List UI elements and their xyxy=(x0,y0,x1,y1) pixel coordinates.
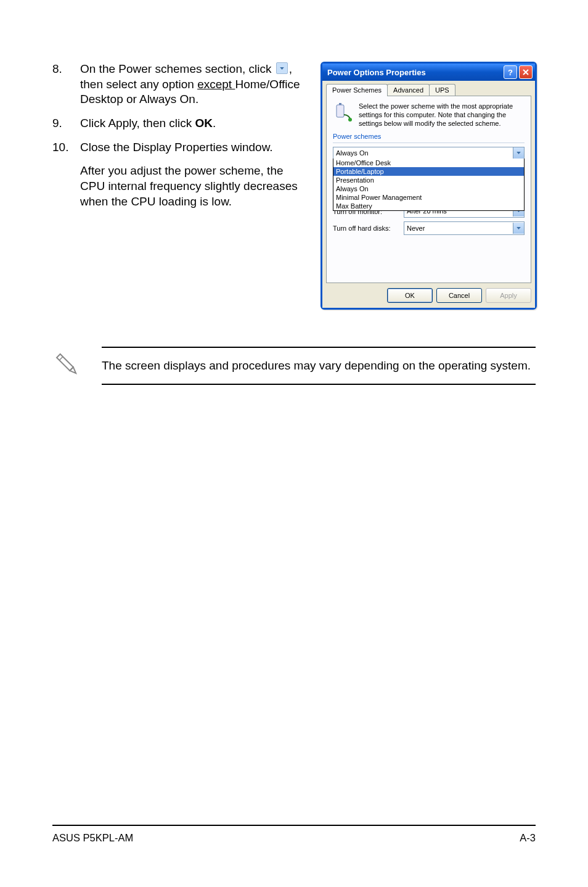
svg-rect-1 xyxy=(339,103,341,105)
power-scheme-listbox: Home/Office Desk Portable/Laptop Present… xyxy=(333,159,525,211)
svg-rect-0 xyxy=(337,105,344,117)
titlebar-buttons: ? xyxy=(504,65,533,79)
footer-left: ASUS P5KPL-AM xyxy=(52,832,133,844)
turn-off-hard-disks-combo[interactable]: Never xyxy=(404,221,525,235)
titlebar[interactable]: Power Options Properties ? xyxy=(322,64,535,81)
close-button[interactable] xyxy=(519,65,533,79)
apply-button[interactable]: Apply xyxy=(486,288,531,303)
step-8: 8. On the Power schemes section, click ,… xyxy=(52,62,302,107)
step-text: Click Apply, then click xyxy=(80,117,195,130)
svg-line-4 xyxy=(59,357,63,360)
tab-power-schemes[interactable]: Power Schemes xyxy=(326,84,388,96)
info-text: Select the power scheme with the most ap… xyxy=(359,102,525,128)
note-box: The screen displays and procedures may v… xyxy=(102,347,536,385)
step-10: 10. Close the Display Properties window. xyxy=(52,140,302,155)
except-underline: except xyxy=(197,78,235,91)
tab-advanced[interactable]: Advanced xyxy=(387,84,430,96)
list-item[interactable]: Presentation xyxy=(333,176,524,184)
cancel-button[interactable]: Cancel xyxy=(436,288,482,303)
step-number: 9. xyxy=(52,116,62,131)
divider xyxy=(333,142,525,143)
footer: ASUS P5KPL-AM A-3 xyxy=(52,825,536,844)
chevron-down-icon[interactable] xyxy=(513,147,524,159)
combo-value: Never xyxy=(407,225,425,232)
dialog-column: Power Options Properties ? Power Schemes… xyxy=(321,62,537,310)
tab-panel: Select the power scheme with the most ap… xyxy=(326,96,531,283)
step-text: On the Power schemes section, click xyxy=(80,62,271,75)
dialog-body: Power Schemes Advanced UPS xyxy=(322,81,535,308)
help-button[interactable]: ? xyxy=(504,65,517,79)
battery-plug-icon xyxy=(333,102,353,123)
row-label: Turn off hard disks: xyxy=(333,225,404,232)
ok-button[interactable]: OK xyxy=(387,288,433,303)
chevron-down-icon xyxy=(276,62,288,74)
footer-right: A-3 xyxy=(520,832,536,844)
power-schemes-label: Power schemes xyxy=(333,133,525,140)
combo-value: Always On xyxy=(336,149,369,157)
step-text: . xyxy=(213,117,216,130)
svg-rect-3 xyxy=(57,354,73,371)
list-item[interactable]: Minimal Power Management xyxy=(333,193,524,202)
dialog-buttons: OK Cancel Apply xyxy=(326,288,531,303)
step-9: 9. Click Apply, then click OK. xyxy=(52,116,302,131)
turn-off-hard-disks-row: Turn off hard disks: Never xyxy=(333,221,525,235)
list-item[interactable]: Home/Office Desk xyxy=(333,159,524,167)
instructions-column: 8. On the Power schemes section, click ,… xyxy=(52,62,302,210)
step-number: 8. xyxy=(52,62,62,77)
top-row: 8. On the Power schemes section, click ,… xyxy=(52,62,536,310)
note-row: The screen displays and procedures may v… xyxy=(52,347,536,385)
list-item[interactable]: Max Battery xyxy=(333,202,524,210)
window-title: Power Options Properties xyxy=(327,68,426,77)
tabs: Power Schemes Advanced UPS xyxy=(326,83,531,96)
info-row: Select the power scheme with the most ap… xyxy=(333,102,525,128)
list-item[interactable]: Always On xyxy=(333,184,524,193)
pencil-icon xyxy=(52,350,83,382)
list-item[interactable]: Portable/Laptop xyxy=(333,167,524,176)
tab-ups[interactable]: UPS xyxy=(429,84,455,96)
chevron-down-icon[interactable] xyxy=(513,223,524,234)
power-scheme-combo-wrap: Always On Home/Office Desk Portable/Lapt… xyxy=(333,147,525,159)
step-text: Close the Display Properties window. xyxy=(80,141,273,154)
power-scheme-combobox[interactable]: Always On xyxy=(333,147,525,159)
step-number: 10. xyxy=(52,140,68,155)
power-options-dialog: Power Options Properties ? Power Schemes… xyxy=(321,62,537,310)
note-text: The screen displays and procedures may v… xyxy=(102,359,531,372)
page: 8. On the Power schemes section, click ,… xyxy=(0,0,588,887)
step-10-continuation: After you adjust the power scheme, the C… xyxy=(52,163,302,209)
ok-bold: OK xyxy=(195,117,213,130)
svg-point-2 xyxy=(348,118,352,122)
